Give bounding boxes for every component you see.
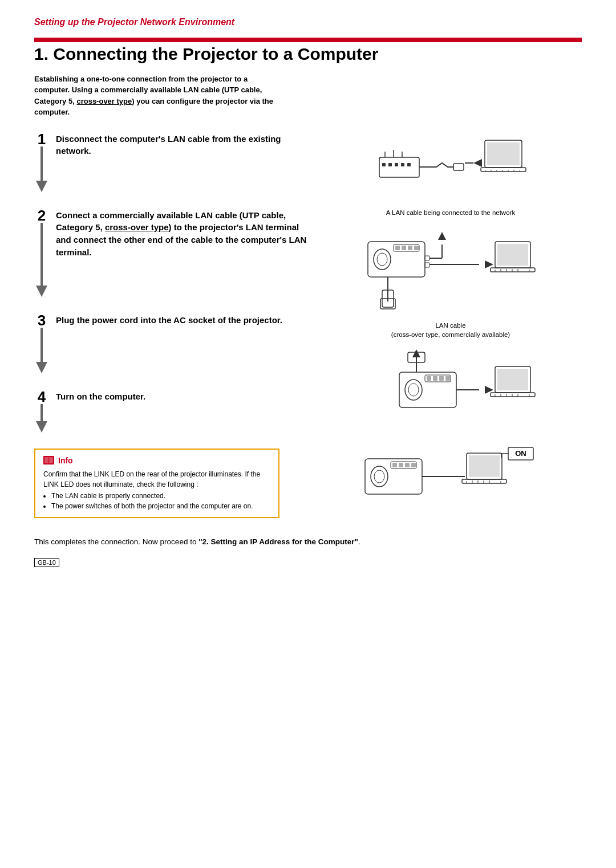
diagram-4-svg: ON (362, 436, 539, 510)
footer-text: This completes the connection. Now proce… (34, 536, 582, 548)
svg-rect-20 (407, 163, 411, 166)
svg-rect-68 (445, 376, 450, 381)
page-header: Setting up the Projector Network Environ… (34, 17, 582, 27)
svg-rect-41 (414, 246, 419, 250)
svg-marker-1 (36, 181, 47, 192)
svg-marker-7 (36, 421, 47, 433)
diagram-3 (319, 349, 582, 426)
svg-rect-18 (395, 163, 398, 166)
step-3-arrow (34, 328, 49, 373)
svg-point-35 (374, 249, 391, 270)
steps-column: 1 Disconnect the computer's LAN cable fr… (34, 132, 314, 523)
svg-rect-2 (40, 223, 43, 286)
svg-rect-76 (491, 393, 535, 397)
svg-rect-43 (425, 263, 429, 267)
svg-rect-40 (408, 246, 412, 250)
svg-rect-50 (497, 244, 528, 266)
step-2-number: 2 (38, 208, 46, 223)
step-1-row: 1 Disconnect the computer's LAN cable fr… (34, 132, 314, 192)
svg-rect-17 (388, 163, 392, 166)
info-body: Confirm that the LINK LED on the rear of… (43, 469, 270, 511)
step-2-num-container: 2 (34, 208, 49, 297)
step-1-text: Disconnect the computer's LAN cable from… (56, 132, 314, 158)
svg-rect-93 (469, 455, 500, 477)
step-4-row: 4 Turn on the computer. (34, 389, 314, 433)
svg-marker-48 (485, 260, 493, 268)
diagram-3-svg (365, 349, 536, 423)
section-title-bar (34, 38, 582, 42)
step-3-text: Plug the power cord into the AC socket o… (56, 313, 282, 327)
svg-rect-6 (40, 404, 43, 421)
diagram-2: LAN cable(cross-over type, commercially … (319, 227, 582, 339)
diagram-4: ON (319, 436, 582, 512)
step-4-arrow (34, 404, 49, 433)
step-1-arrow (34, 146, 49, 192)
svg-rect-9 (44, 457, 48, 463)
diagram-1: A LAN cable being connected to the netwo… (319, 132, 582, 217)
svg-rect-0 (40, 146, 43, 181)
info-bullet-1: The LAN cable is properly connected. (51, 491, 270, 501)
diagram-1-svg (374, 132, 528, 206)
diagram-2-caption: LAN cable(cross-over type, commercially … (391, 321, 510, 339)
step-4-number: 4 (38, 389, 46, 404)
svg-rect-94 (462, 479, 506, 483)
info-bullet-2: The power switches of both the projector… (51, 501, 270, 511)
step-2-arrow (34, 223, 49, 297)
svg-rect-26 (481, 168, 526, 172)
svg-point-84 (371, 466, 388, 487)
page-number: GB-10 (34, 559, 582, 567)
svg-marker-70 (412, 349, 420, 357)
info-title: Info (43, 455, 270, 466)
svg-rect-66 (433, 376, 437, 381)
svg-rect-39 (402, 246, 406, 250)
svg-rect-12 (379, 157, 419, 177)
svg-rect-16 (382, 163, 386, 166)
info-box: Info Confirm that the LINK LED on the re… (34, 449, 279, 518)
svg-rect-75 (497, 369, 528, 390)
svg-rect-90 (411, 463, 416, 467)
step-4-num-container: 4 (34, 389, 49, 433)
svg-marker-46 (438, 232, 446, 240)
svg-rect-25 (487, 142, 520, 165)
diagram-2-svg (365, 227, 536, 319)
step-3-row: 3 Plug the power cord into the AC socket… (34, 313, 314, 373)
svg-point-85 (374, 470, 384, 483)
step-1-num-container: 1 (34, 132, 49, 192)
svg-rect-10 (49, 457, 53, 463)
svg-marker-5 (36, 362, 47, 373)
step-1-number: 1 (38, 132, 46, 146)
svg-rect-38 (395, 246, 400, 250)
svg-rect-51 (491, 268, 535, 272)
svg-text:ON: ON (515, 449, 526, 458)
svg-rect-89 (405, 463, 410, 467)
svg-rect-4 (40, 328, 43, 362)
svg-rect-42 (425, 256, 429, 260)
svg-rect-19 (401, 163, 404, 166)
svg-marker-22 (473, 159, 482, 167)
svg-point-63 (408, 384, 419, 396)
svg-rect-87 (392, 463, 397, 467)
svg-point-62 (405, 380, 422, 400)
step-2-row: 2 Connect a commercially available LAN c… (34, 208, 314, 297)
svg-rect-21 (453, 164, 464, 170)
step-4-text: Turn on the computer. (56, 389, 145, 403)
intro-text: Establishing a one-to-one connection fro… (34, 74, 279, 118)
step-3-num-container: 3 (34, 313, 49, 373)
svg-rect-65 (427, 376, 431, 381)
book-icon (43, 455, 55, 466)
step-2-text: Connect a commercially available LAN cab… (56, 208, 314, 259)
svg-rect-67 (439, 376, 444, 381)
section-title: 1. Connecting the Projector to a Compute… (34, 44, 582, 64)
info-bullets: The LAN cable is properly connected. The… (51, 491, 270, 511)
svg-point-36 (377, 253, 387, 266)
step-3-number: 3 (38, 313, 46, 328)
diagrams-column: A LAN cable being connected to the netwo… (314, 132, 582, 523)
svg-rect-88 (399, 463, 403, 467)
svg-marker-3 (36, 286, 47, 297)
diagram-1-caption: A LAN cable being connected to the netwo… (386, 208, 515, 217)
